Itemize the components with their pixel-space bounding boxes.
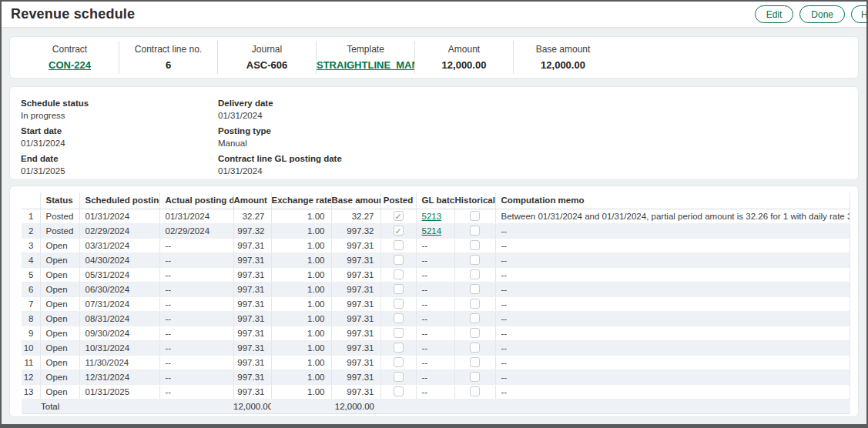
summary-field-contract: Contract CON-224 (21, 41, 119, 74)
base-amount-cell: 997.31 (331, 355, 380, 369)
actual-posting-date-cell: -- (159, 369, 233, 384)
scheduled-posting-date-cell: 01/31/2025 (79, 384, 159, 399)
base-amount-cell: 997.31 (331, 340, 380, 355)
computation-memo-header: Computation memo (495, 192, 850, 209)
posted-checkbox[interactable] (394, 299, 404, 309)
edit-button[interactable]: Edit (755, 5, 794, 23)
gl-batch-cell: -- (416, 311, 454, 326)
schedule-table-body: 1Posted01/31/202401/31/202432.271.0032.2… (22, 209, 850, 399)
posting-type-label: Posting type (218, 126, 847, 135)
historical-checkbox[interactable] (470, 372, 480, 382)
gl-batch-header: GL batch (416, 192, 454, 209)
row-number-header (22, 192, 40, 209)
details-left-column: Schedule status In progress Start date 0… (21, 99, 218, 168)
total-row: Total 12,000.00 12,000.00 (22, 399, 850, 413)
actual-posting-date-header: Actual posting date (159, 192, 233, 209)
exchange-rate-cell: 1.00 (271, 311, 331, 326)
gl-batch-link[interactable]: 5213 (422, 212, 442, 221)
start-date-value: 01/31/2024 (21, 139, 218, 148)
amount-cell: 32.27 (233, 209, 271, 223)
amount-cell: 997.31 (233, 311, 271, 326)
scheduled-posting-date-cell: 05/31/2024 (79, 267, 159, 282)
table-row: 13Open01/31/2025--997.311.00997.31---- (22, 384, 850, 399)
gl-posting-date-label: Contract line GL posting date (218, 154, 847, 163)
status-cell: Open (40, 340, 79, 355)
contract-link[interactable]: CON-224 (49, 59, 91, 71)
posted-checkbox[interactable]: ✓ (394, 211, 404, 221)
posted-checkbox[interactable] (394, 357, 404, 367)
help-button[interactable]: H (851, 5, 868, 23)
posted-checkbox[interactable] (394, 269, 404, 279)
exchange-rate-cell: 1.00 (271, 355, 331, 369)
computation-memo-cell: -- (495, 252, 850, 267)
status-cell: Open (40, 369, 79, 384)
historical-checkbox[interactable] (470, 240, 480, 250)
revenue-schedule-page: { "colors": { "accent_green": "#00754a",… (0, 0, 868, 428)
row-number-cell: 3 (22, 238, 40, 252)
actual-posting-date-cell: -- (159, 296, 233, 311)
historical-checkbox[interactable] (470, 343, 480, 353)
posted-cell (380, 267, 416, 282)
posted-cell: ✓ (380, 209, 416, 223)
details-card: Schedule status In progress Start date 0… (9, 86, 859, 180)
posted-cell (380, 369, 416, 384)
posted-checkbox[interactable] (394, 313, 404, 323)
contract-line-value: 6 (119, 59, 217, 71)
posted-checkbox[interactable]: ✓ (394, 226, 404, 236)
historical-cell (454, 384, 495, 399)
base-amount-cell: 997.31 (331, 369, 380, 384)
status-cell: Open (40, 252, 79, 267)
amount-cell: 997.31 (233, 296, 271, 311)
total-amount: 12,000.00 (233, 399, 271, 413)
page-title: Revenue schedule (11, 6, 135, 22)
historical-checkbox[interactable] (470, 299, 480, 309)
status-cell: Open (40, 267, 79, 282)
historical-checkbox[interactable] (470, 226, 480, 236)
table-row: 3Open03/31/2024--997.311.00997.31---- (22, 238, 850, 252)
table-row: 4Open04/30/2024--997.311.00997.31---- (22, 252, 850, 267)
historical-checkbox[interactable] (470, 328, 480, 338)
scheduled-posting-date-cell: 02/29/2024 (79, 223, 159, 238)
actual-posting-date-cell: -- (159, 326, 233, 340)
scheduled-posting-date-cell: 11/30/2024 (79, 355, 159, 369)
posted-checkbox[interactable] (394, 386, 404, 396)
row-number-cell: 8 (22, 311, 40, 326)
historical-cell (454, 223, 495, 238)
historical-checkbox[interactable] (470, 313, 480, 323)
schedule-status-field: Schedule status In progress (21, 99, 218, 120)
historical-checkbox[interactable] (470, 386, 480, 396)
historical-checkbox[interactable] (470, 284, 480, 294)
computation-memo-cell: Between 01/31/2024 and 01/31/2024, parti… (495, 209, 850, 223)
gl-batch-link[interactable]: 5214 (422, 226, 442, 236)
summary-field-template: Template STRAIGHTLINE_MANUA (317, 41, 415, 74)
scheduled-posting-date-cell: 12/31/2024 (79, 369, 159, 384)
details-right-column: Delivery date 01/31/2024 Posting type Ma… (218, 99, 847, 168)
base-amount-cell: 997.31 (331, 252, 380, 267)
historical-checkbox[interactable] (470, 269, 480, 279)
posted-checkbox[interactable] (394, 372, 404, 382)
posted-checkbox[interactable] (394, 343, 404, 353)
template-link[interactable]: STRAIGHTLINE_MANUA (317, 59, 414, 71)
posted-checkbox[interactable] (394, 328, 404, 338)
schedule-status-value: In progress (21, 111, 218, 120)
historical-checkbox[interactable] (470, 357, 480, 367)
status-cell: Open (40, 296, 79, 311)
gl-batch-cell: -- (416, 384, 454, 399)
done-button[interactable]: Done (799, 5, 845, 23)
computation-memo-cell: -- (495, 311, 850, 326)
historical-checkbox[interactable] (470, 255, 480, 265)
actual-posting-date-cell: -- (159, 282, 233, 296)
posted-checkbox[interactable] (394, 255, 404, 265)
posted-cell (380, 238, 416, 252)
delivery-date-label: Delivery date (218, 99, 847, 108)
gl-batch-cell: 5213 (416, 209, 454, 223)
scheduled-posting-date-cell: 06/30/2024 (79, 282, 159, 296)
historical-cell (454, 311, 495, 326)
table-row: 6Open06/30/2024--997.311.00997.31---- (22, 282, 850, 296)
posted-checkbox[interactable] (394, 240, 404, 250)
exchange-rate-cell: 1.00 (271, 252, 331, 267)
amount-label: Amount (415, 44, 513, 55)
posted-checkbox[interactable] (394, 284, 404, 294)
historical-checkbox[interactable] (470, 211, 480, 221)
table-row: 11Open11/30/2024--997.311.00997.31---- (22, 355, 850, 369)
